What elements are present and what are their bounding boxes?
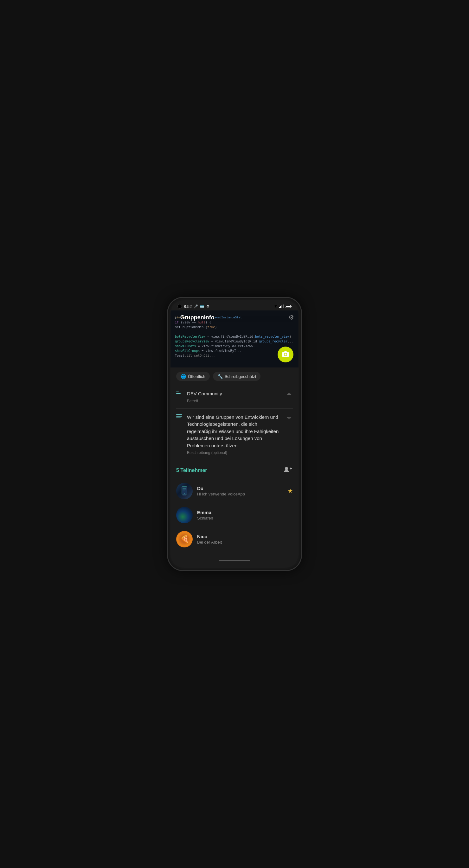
globe-icon: 🌐 bbox=[181, 374, 186, 379]
scroll-area[interactable]: (inflater, container, savedInstanceStat … bbox=[171, 310, 298, 568]
members-section: 5 Teilnehmer bbox=[171, 460, 298, 558]
home-indicator bbox=[171, 558, 298, 565]
admin-star-icon: ★ bbox=[288, 488, 293, 495]
phone-screen: 8:52 🎤 🪪 ⚙ ▼ bbox=[171, 300, 298, 568]
svg-rect-0 bbox=[176, 392, 179, 392]
camera-fab[interactable] bbox=[277, 347, 293, 363]
svg-point-13 bbox=[184, 493, 185, 494]
svg-rect-3 bbox=[176, 416, 182, 416]
svg-rect-11 bbox=[182, 490, 185, 490]
avatar-pc-image bbox=[176, 483, 193, 499]
sim-icon: 🪪 bbox=[200, 304, 204, 309]
member-name: Emma bbox=[197, 510, 293, 515]
svg-rect-4 bbox=[176, 417, 181, 418]
member-info: Nico Bei der Arbeit bbox=[197, 534, 293, 545]
header-toolbar: ‹ Gruppeninfo ⚙ bbox=[171, 310, 298, 324]
members-title: 5 Teilnehmer bbox=[176, 468, 207, 473]
subject-edit-button[interactable]: ✏ bbox=[286, 390, 293, 399]
home-bar bbox=[219, 560, 250, 561]
back-button[interactable]: ‹ bbox=[175, 314, 177, 321]
wrench-icon: 🔧 bbox=[217, 374, 223, 379]
svg-rect-2 bbox=[176, 414, 182, 415]
member-item[interactable]: Du Hi ich verwende VoiceApp ★ bbox=[176, 479, 293, 503]
hero-section: (inflater, container, savedInstanceStat … bbox=[171, 310, 298, 368]
subject-content: DEV Community Betreff bbox=[187, 390, 282, 403]
svg-rect-10 bbox=[182, 489, 186, 490]
time-display: 8:52 bbox=[184, 304, 192, 309]
avatar bbox=[176, 483, 193, 499]
avatar bbox=[176, 507, 193, 523]
description-label: Beschreibung (optional) bbox=[187, 451, 282, 455]
member-status: Hi ich verwende VoiceApp bbox=[197, 492, 283, 496]
camera-hole bbox=[177, 304, 182, 309]
member-status: Bei der Arbeit bbox=[197, 540, 293, 545]
member-item[interactable]: 🍕 Nico Bei der Arbeit bbox=[176, 527, 293, 551]
description-edit-button[interactable]: ✏ bbox=[286, 414, 293, 422]
subject-value: DEV Community bbox=[187, 390, 282, 398]
member-status: Schlafen bbox=[197, 516, 293, 521]
svg-point-5 bbox=[285, 467, 288, 470]
member-name: Du bbox=[197, 486, 283, 491]
public-badge[interactable]: 🌐 Öffentlich bbox=[176, 372, 210, 381]
add-member-button[interactable] bbox=[284, 466, 293, 474]
status-right: ▼ bbox=[274, 304, 292, 309]
member-info: Emma Schlafen bbox=[197, 510, 293, 521]
signal-icon bbox=[279, 304, 284, 308]
svg-rect-14 bbox=[183, 494, 186, 495]
battery-icon bbox=[285, 305, 292, 308]
page-title: Gruppeninfo bbox=[180, 314, 288, 321]
member-item[interactable]: Emma Schlafen bbox=[176, 503, 293, 527]
public-label: Öffentlich bbox=[188, 374, 205, 379]
svg-rect-1 bbox=[176, 393, 181, 394]
settings-button[interactable]: ⚙ bbox=[288, 314, 294, 321]
avatar-aurora-image bbox=[176, 507, 193, 523]
readonly-label: Schreibgeschützt bbox=[225, 374, 256, 379]
status-left: 8:52 🎤 🪪 ⚙ bbox=[177, 304, 209, 309]
gear-icon: ⚙ bbox=[206, 304, 209, 309]
readonly-badge[interactable]: 🔧 Schreibgeschützt bbox=[213, 372, 261, 381]
description-content: Wir sind eine Gruppen von Entwicklern un… bbox=[187, 414, 282, 455]
member-name: Nico bbox=[197, 534, 293, 539]
members-list: Du Hi ich verwende VoiceApp ★ Emma bbox=[176, 479, 293, 558]
subject-icon bbox=[176, 391, 182, 397]
members-header: 5 Teilnehmer bbox=[176, 466, 293, 474]
status-bar: 8:52 🎤 🪪 ⚙ ▼ bbox=[171, 300, 298, 310]
avatar-pizza-image: 🍕 bbox=[176, 531, 193, 548]
avatar: 🍕 bbox=[176, 531, 193, 548]
mic-icon: 🎤 bbox=[194, 304, 198, 309]
phone-frame: 8:52 🎤 🪪 ⚙ ▼ bbox=[168, 298, 301, 570]
description-row: Wir sind eine Gruppen von Entwicklern un… bbox=[176, 409, 293, 460]
subject-row: DEV Community Betreff ✏ bbox=[176, 385, 293, 409]
member-info: Du Hi ich verwende VoiceApp bbox=[197, 486, 283, 496]
svg-rect-9 bbox=[182, 488, 186, 489]
badges-row: 🌐 Öffentlich 🔧 Schreibgeschützt bbox=[171, 368, 298, 385]
description-icon bbox=[176, 414, 182, 421]
svg-rect-15 bbox=[182, 495, 186, 495]
description-value: Wir sind eine Gruppen von Entwicklern un… bbox=[187, 414, 282, 450]
wifi-icon: ▼ bbox=[274, 304, 277, 309]
subject-label: Betreff bbox=[187, 399, 282, 403]
svg-rect-12 bbox=[182, 491, 186, 491]
camera-icon bbox=[282, 351, 289, 358]
info-section: DEV Community Betreff ✏ bbox=[171, 385, 298, 460]
